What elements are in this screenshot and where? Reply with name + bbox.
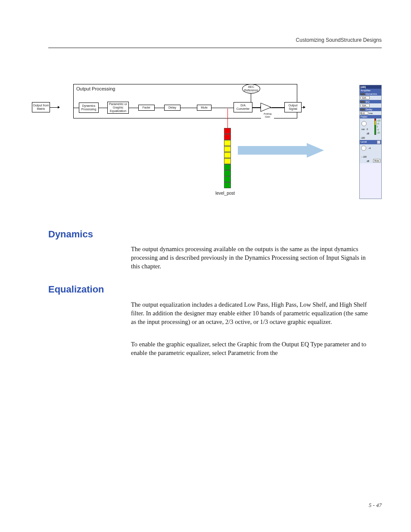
eq-toggle[interactable] <box>361 101 365 103</box>
page-header: Customizing SoundStructure Designs <box>48 37 382 48</box>
fader-db-unit: dB <box>367 132 369 135</box>
node-mute: Mute <box>197 105 212 111</box>
mute-button[interactable]: Mute <box>373 159 380 162</box>
node-analog-gain-label: Analog Gain <box>261 112 274 119</box>
fader-knob[interactable] <box>361 121 367 126</box>
panel-title: [dB] <box>360 85 381 89</box>
level-meter-label: level_post <box>215 191 235 196</box>
flow-arrow <box>252 107 260 108</box>
panel-dynamics-head: Dynamics <box>366 93 377 95</box>
svg-marker-0 <box>261 103 271 112</box>
panel-eq-head: EQ <box>366 100 370 103</box>
para-dynamics: The output dynamics processing available… <box>131 245 368 271</box>
eq-edit-button[interactable]: Edit... <box>361 104 370 107</box>
fader-meter-icon <box>374 118 376 135</box>
level-knob[interactable] <box>361 146 366 151</box>
node-output-from-matrix: Output from Matrix <box>32 102 50 112</box>
delay-value-input[interactable]: 0.0 <box>361 112 368 115</box>
page-number: 5 - 47 <box>369 502 382 509</box>
header-rule <box>48 47 382 48</box>
callout-arrow-icon <box>238 143 324 158</box>
meter-tap-line <box>227 109 228 128</box>
fader-knob-mark: min 0 <box>361 128 368 131</box>
amp-triangle-icon <box>260 103 271 112</box>
fader-scale: +20 +0 0 -4 -20 <box>377 119 380 134</box>
node-dac: D/A Converter <box>234 102 252 112</box>
level-meter <box>224 128 231 188</box>
flow-arrow <box>181 108 197 108</box>
running-head: Customizing SoundStructure Designs <box>48 37 382 43</box>
level-area[interactable]: -4 - -100 dB Mute <box>360 144 381 163</box>
node-fader: Fader <box>138 105 155 111</box>
heading-dynamics: Dynamics <box>48 229 93 240</box>
node-eq: Parametric or Graphic Equalization <box>107 102 129 114</box>
level-value: -4 <box>368 147 371 149</box>
para-eq-2: To enable the graphic equalizer, select … <box>131 340 368 357</box>
node-dynamics: Dynamics Processing <box>79 103 99 113</box>
output-processing-diagram: Output from Matrix Output Processing Dyn… <box>48 81 382 208</box>
node-aec-reference: AEC Reference <box>242 84 260 93</box>
node-output-signal: Output Signal <box>284 102 302 112</box>
panel-delay-head: Delay <box>366 108 372 111</box>
fader-min: -100 <box>361 137 365 139</box>
flow-arrow <box>99 108 107 108</box>
level-min: - -100 <box>361 156 367 158</box>
output-processing-title: Output Processing <box>76 86 115 91</box>
delay-toggle[interactable] <box>361 109 365 111</box>
flow-arrow <box>129 108 138 108</box>
delay-unit: ms <box>369 112 373 115</box>
flow-arrow <box>74 108 79 108</box>
node-delay: Delay <box>164 105 181 111</box>
level-db-unit: dB <box>367 160 369 162</box>
flow-arrow <box>155 108 164 108</box>
heading-equalization: Equalization <box>48 284 104 295</box>
level-settings-icon[interactable] <box>377 140 380 144</box>
channel-strip-panel: [dB] Amplifier Dynamics Edit... EQ Edit.… <box>359 85 382 199</box>
dynamics-edit-button[interactable]: Edit... <box>361 96 370 100</box>
panel-level-head: Level <box>361 140 367 144</box>
panel-amplifier-head: Amplifier <box>360 89 381 92</box>
para-eq-1: The output equalization includes a dedic… <box>131 300 368 326</box>
panel-fader-head: Fader <box>360 115 381 118</box>
dynamics-toggle[interactable] <box>361 93 365 95</box>
fader-area[interactable]: min 0 +20 +0 0 -4 -20 -100 dB <box>360 118 381 140</box>
flow-arrow <box>271 107 284 108</box>
